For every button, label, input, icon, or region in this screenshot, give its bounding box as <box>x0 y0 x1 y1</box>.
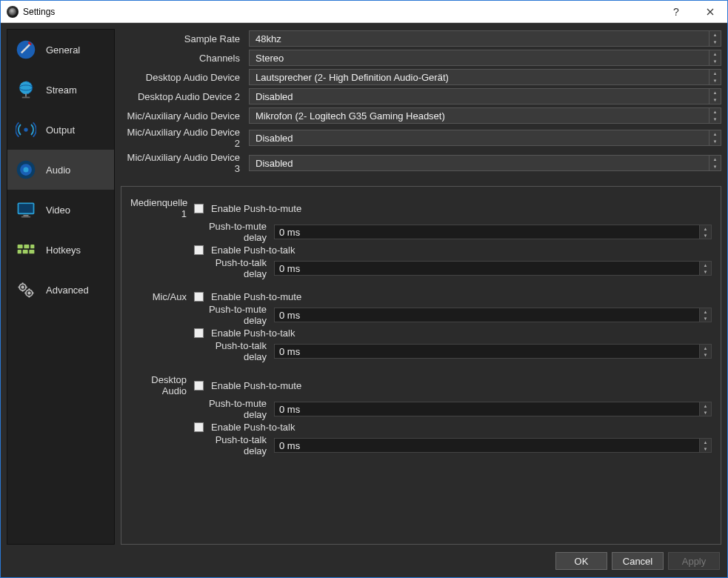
close-button[interactable] <box>693 1 727 23</box>
sample-rate-value: 48khz <box>256 33 281 44</box>
svg-point-23 <box>28 292 30 294</box>
desktop-audio-1-select[interactable]: Lautsprecher (2- High Definition Audio-G… <box>249 69 721 85</box>
svg-rect-17 <box>18 250 21 253</box>
globe-icon <box>15 79 37 101</box>
ptt-delay-input[interactable]: 0 ms ▲▼ <box>274 261 712 276</box>
sidebar: General Stream <box>7 29 115 545</box>
wrench-icon <box>15 39 37 61</box>
mic-aux-3-select[interactable]: Disabled ▲▼ <box>249 155 721 171</box>
chevron-updown-icon: ▲▼ <box>699 345 711 358</box>
ptt-delay-input[interactable]: 0 ms ▲▼ <box>274 344 712 359</box>
chevron-updown-icon: ▲▼ <box>709 89 721 104</box>
ptm-checkbox[interactable] <box>194 292 204 302</box>
sidebar-item-video[interactable]: Video <box>7 190 114 230</box>
ptt-delay-input[interactable]: 0 ms ▲▼ <box>274 438 712 453</box>
monitor-icon <box>15 199 37 221</box>
ptt-label: Enable Push-to-talk <box>211 328 295 339</box>
chevron-updown-icon: ▲▼ <box>709 31 721 46</box>
sidebar-item-label: Output <box>46 124 75 136</box>
ptt-delay-label: Push-to-talk delay <box>194 257 270 279</box>
chevron-updown-icon: ▲▼ <box>699 308 711 322</box>
chevron-updown-icon: ▲▼ <box>699 225 711 239</box>
sidebar-item-label: Hotkeys <box>46 245 81 256</box>
sidebar-item-label: Advanced <box>46 285 89 296</box>
svg-rect-4 <box>25 93 27 96</box>
ptm-label: Enable Push-to-mute <box>211 380 301 391</box>
ptm-checkbox[interactable] <box>194 204 204 213</box>
chevron-updown-icon: ▲▼ <box>709 50 721 65</box>
sidebar-item-audio[interactable]: Audio <box>7 150 114 190</box>
source-block: Medienquelle 1 Enable Push-to-mute Push-… <box>130 197 712 279</box>
titlebar: Settings ? <box>1 1 727 23</box>
keyboard-icon <box>15 239 37 261</box>
source-block: Mic/Aux Enable Push-to-mute Push-to-mute… <box>130 291 712 362</box>
sidebar-item-label: Audio <box>46 165 70 176</box>
device-settings: Sample Rate 48khz ▲▼ Channels Stereo ▲▼ … <box>121 29 721 180</box>
chevron-updown-icon: ▲▼ <box>709 108 721 123</box>
sidebar-item-label: General <box>46 44 80 56</box>
ptm-label: Enable Push-to-mute <box>211 203 301 214</box>
ptt-checkbox[interactable] <box>194 328 204 338</box>
svg-point-6 <box>24 127 27 131</box>
ptt-checkbox[interactable] <box>194 245 204 255</box>
help-button[interactable]: ? <box>659 1 693 23</box>
ptm-delay-label: Push-to-mute delay <box>194 221 270 243</box>
chevron-updown-icon: ▲▼ <box>699 402 711 416</box>
svg-rect-14 <box>18 245 23 248</box>
source-name: Medienquelle 1 <box>130 197 190 219</box>
dialog-footer: OK Cancel Apply <box>1 545 727 577</box>
chevron-updown-icon: ▲▼ <box>699 439 711 452</box>
ptt-label: Enable Push-to-talk <box>211 422 295 433</box>
source-block: Desktop Audio Enable Push-to-mute Push-t… <box>130 374 712 456</box>
ptm-delay-value: 0 ms <box>279 227 300 238</box>
ptm-delay-input[interactable]: 0 ms ▲▼ <box>274 402 712 416</box>
sidebar-item-general[interactable]: General <box>7 30 114 70</box>
per-source-settings: Medienquelle 1 Enable Push-to-mute Push-… <box>121 186 721 545</box>
sidebar-item-hotkeys[interactable]: Hotkeys <box>7 230 114 270</box>
ok-button[interactable]: OK <box>555 552 607 570</box>
channels-value: Stereo <box>256 53 284 64</box>
main-panel: Sample Rate 48khz ▲▼ Channels Stereo ▲▼ … <box>121 29 721 545</box>
sidebar-item-advanced[interactable]: Advanced <box>7 270 114 310</box>
ptt-checkbox[interactable] <box>194 422 204 432</box>
sample-rate-label: Sample Rate <box>121 33 243 44</box>
sidebar-item-output[interactable]: Output <box>7 110 114 150</box>
ptm-delay-input[interactable]: 0 ms ▲▼ <box>274 225 712 239</box>
chevron-updown-icon: ▲▼ <box>699 262 711 275</box>
mic-aux-2-label: Mic/Auxiliary Audio Device 2 <box>121 127 243 149</box>
sidebar-item-stream[interactable]: Stream <box>7 70 114 110</box>
mic-aux-1-label: Mic/Auxiliary Audio Device <box>121 110 243 122</box>
desktop-audio-2-select[interactable]: Disabled ▲▼ <box>249 88 721 104</box>
ptt-delay-label: Push-to-talk delay <box>194 434 270 456</box>
ptt-delay-value: 0 ms <box>279 346 300 357</box>
ptt-delay-value: 0 ms <box>279 440 300 451</box>
apply-button[interactable]: Apply <box>668 552 720 570</box>
gears-icon <box>15 279 37 301</box>
broadcast-icon <box>15 119 37 141</box>
ptm-checkbox[interactable] <box>194 381 204 391</box>
settings-window: Settings ? General <box>0 0 728 578</box>
svg-rect-19 <box>29 250 34 253</box>
channels-select[interactable]: Stereo ▲▼ <box>249 50 721 66</box>
chevron-updown-icon: ▲▼ <box>709 70 721 84</box>
svg-point-9 <box>24 167 29 173</box>
source-name: Desktop Audio <box>130 374 190 396</box>
svg-rect-12 <box>24 215 29 216</box>
ptt-delay-label: Push-to-talk delay <box>194 340 270 362</box>
sample-rate-select[interactable]: 48khz ▲▼ <box>249 30 721 47</box>
window-title: Settings <box>23 7 55 17</box>
sidebar-item-label: Video <box>46 205 70 216</box>
svg-rect-11 <box>19 204 33 213</box>
source-name: Mic/Aux <box>130 291 190 302</box>
mic-aux-1-select[interactable]: Mikrofon (2- Logitech G35 Gaming Headset… <box>249 107 721 124</box>
chevron-updown-icon: ▲▼ <box>709 156 721 170</box>
channels-label: Channels <box>121 53 243 64</box>
svg-rect-15 <box>24 245 29 248</box>
cancel-button[interactable]: Cancel <box>612 552 664 570</box>
ptm-delay-input[interactable]: 0 ms ▲▼ <box>274 308 712 322</box>
desktop-audio-2-value: Disabled <box>256 91 293 102</box>
mic-aux-3-value: Disabled <box>256 158 293 169</box>
ptm-delay-value: 0 ms <box>279 404 300 415</box>
mic-aux-2-select[interactable]: Disabled ▲▼ <box>249 130 721 146</box>
speaker-icon <box>15 159 37 181</box>
